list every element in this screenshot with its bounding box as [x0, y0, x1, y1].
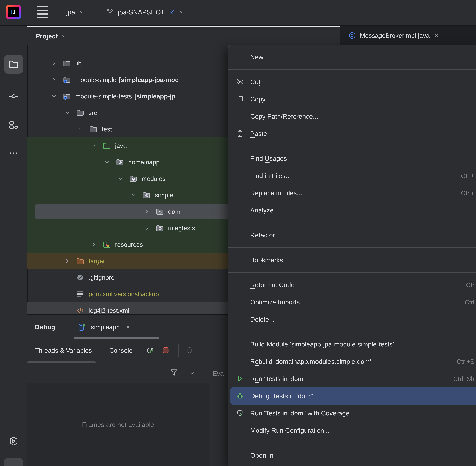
menu-icon-spacer	[236, 112, 244, 120]
tree-row-src[interactable]: src	[27, 105, 228, 121]
project-panel-title[interactable]: Project	[35, 32, 58, 40]
chevron-down-icon[interactable]	[91, 142, 97, 149]
tree-row-dom[interactable]: dom	[27, 203, 228, 220]
rerun-icon[interactable]	[146, 346, 154, 355]
funnel-icon[interactable]	[169, 368, 179, 378]
chevron-down-icon[interactable]	[179, 9, 185, 15]
tree-label: src	[89, 105, 97, 121]
tree-row-resources[interactable]: resources	[27, 236, 228, 253]
chevron-down-icon[interactable]	[130, 192, 137, 198]
chevron-right-icon[interactable]	[51, 60, 57, 67]
tree-label: log4j2-test.xml	[89, 302, 129, 314]
main-toolbar: IJ jpa jpa-SNAPSHOT	[0, 0, 476, 25]
chevron-down-icon[interactable]	[104, 159, 110, 165]
chevron-down-icon[interactable]	[117, 175, 124, 182]
hamburger-menu-icon[interactable]	[37, 6, 48, 18]
tree-label: modules	[142, 170, 165, 187]
menu-item-build-module-simpleapp-jpa-module-simple-tests[interactable]: Build Module 'simpleapp-jpa-module-simpl…	[228, 336, 476, 353]
activity-bar-item-more[interactable]	[4, 144, 23, 163]
menu-item-new[interactable]: New	[228, 48, 476, 66]
toolbar-divider	[0, 25, 476, 26]
chevron-down-icon[interactable]	[51, 93, 57, 99]
activity-bar-item-services[interactable]	[4, 432, 23, 451]
menu-shortcut: Ctrl+	[461, 172, 476, 179]
menu-item-paste[interactable]: Paste	[228, 125, 476, 142]
java-class-icon: C	[348, 31, 356, 39]
menu-item-copy-path-reference[interactable]: Copy Path/Reference...	[228, 108, 476, 125]
tab-threads-and-variables[interactable]: Threads & Variables	[35, 347, 92, 354]
menu-item-reformat-code[interactable]: Reformat CodeCtr	[228, 276, 476, 293]
menu-item-copy[interactable]: Copy	[228, 91, 476, 108]
chevron-right-icon[interactable]	[64, 258, 70, 264]
stop-icon[interactable]	[161, 346, 170, 355]
module-folder-icon	[63, 76, 71, 84]
chevron-right-icon[interactable]	[144, 209, 150, 215]
menu-separator	[228, 146, 476, 146]
menu-item-run-tests-in-dom[interactable]: Run 'Tests in 'dom''Ctrl+Sh	[228, 370, 476, 387]
tree-row-module-simple[interactable]: module-simple[simpleapp-jpa-moc	[27, 71, 228, 88]
menu-item-cut[interactable]: Cut	[228, 73, 476, 91]
git-branch-widget[interactable]: jpa-SNAPSHOT	[106, 5, 185, 19]
tree-row-gitignore[interactable]: .gitignore	[27, 269, 228, 286]
tree-row-java[interactable]: java	[27, 137, 228, 154]
menu-item-find-in-files[interactable]: Find in Files...Ctrl+	[228, 167, 476, 184]
menu-item-open-in[interactable]: Open In	[228, 447, 476, 464]
tree-label: target	[89, 253, 105, 269]
chevron-down-icon[interactable]	[64, 110, 70, 116]
activity-bar-item-project[interactable]	[4, 55, 23, 74]
menu-item-optimize-imports[interactable]: Optimize ImportsCtrl	[228, 293, 476, 311]
tab-console[interactable]: Console	[109, 347, 132, 354]
tree-row-test[interactable]: test	[27, 121, 228, 137]
editor-tab-messagebrokerimpl[interactable]: C MessageBrokerImpl.java ×	[348, 31, 438, 39]
menu-item-find-usages[interactable]: Find Usages	[228, 150, 476, 167]
activity-bar-item-commit[interactable]	[4, 87, 23, 106]
tree-row-pom-xml-versionsbackup[interactable]: pom.xml.versionsBackup	[27, 286, 228, 302]
menu-item-modify-run-configuration[interactable]: Modify Run Configuration...	[228, 422, 476, 439]
tree-row-domainapp[interactable]: domainapp	[27, 154, 228, 170]
menu-item-bookmarks[interactable]: Bookmarks	[228, 251, 476, 268]
menu-separator	[228, 69, 476, 70]
chevron-right-icon[interactable]	[144, 225, 150, 231]
menu-item-delete[interactable]: Delete...	[228, 311, 476, 328]
menu-item-analyze[interactable]: Analyze	[228, 202, 476, 219]
close-icon[interactable]: ×	[126, 324, 129, 330]
close-icon[interactable]: ×	[435, 32, 438, 39]
menu-item-rebuild-domainapp-modules-simple-dom[interactable]: Rebuild 'domainapp.modules.simple.dom'Ct…	[228, 353, 476, 370]
chevron-right-icon[interactable]	[51, 77, 57, 83]
project-selector[interactable]: jpa	[66, 5, 84, 19]
activity-bar-item-structure[interactable]	[4, 116, 23, 135]
chevron-down-icon[interactable]	[77, 126, 84, 132]
menu-item-replace-in-files[interactable]: Replace in Files...Ctrl+	[228, 184, 476, 202]
menu-item-refactor[interactable]: Refactor	[228, 226, 476, 244]
test-root-folder-icon	[103, 141, 111, 150]
menu-item-label: Find in Files...	[250, 172, 291, 180]
tree-row-log4j2-test-xml[interactable]: log4j2-test.xml	[27, 302, 228, 314]
tree-label: simple	[155, 187, 173, 203]
debug-session-tab[interactable]: simpleapp ×	[77, 322, 129, 332]
chevron-down-icon	[79, 9, 84, 15]
package-folder-icon	[142, 191, 151, 199]
active-tool-window-button[interactable]	[4, 458, 23, 466]
horizontal-scrollbar-thumb[interactable]	[27, 361, 96, 363]
chevron-down-icon[interactable]	[61, 33, 67, 39]
git-branch-icon	[106, 8, 114, 16]
tree-label: dom	[168, 203, 181, 220]
chevron-down-icon[interactable]	[189, 370, 195, 376]
menu-item-debug-tests-in-dom[interactable]: Debug 'Tests in 'dom''	[230, 387, 476, 405]
services-icon	[8, 436, 19, 446]
activity-bar	[0, 26, 27, 466]
scissors-icon	[236, 78, 244, 86]
menu-item-label: Copy	[250, 95, 266, 103]
intellij-logo-icon[interactable]: IJ	[6, 5, 21, 19]
tree-row-module-simple-tests[interactable]: module-simple-tests[simpleapp-jp	[27, 88, 228, 105]
tree-row-simple[interactable]: simple	[27, 187, 228, 203]
tree-row-target[interactable]: target	[27, 253, 228, 269]
tree-row-lib[interactable]: lib	[27, 55, 228, 71]
tree-row-integtests[interactable]: integtests	[27, 220, 228, 236]
menu-icon-spacer	[236, 451, 244, 459]
tree-row-modules[interactable]: modules	[27, 170, 228, 187]
debug-session-tab-label: simpleapp	[91, 323, 120, 331]
editor-tab-bar: C MessageBrokerImpl.java ×	[340, 26, 476, 45]
menu-item-run-tests-in-dom-with-coverage[interactable]: Run 'Tests in 'dom'' with Coverage	[228, 405, 476, 422]
chevron-right-icon[interactable]	[91, 241, 97, 248]
